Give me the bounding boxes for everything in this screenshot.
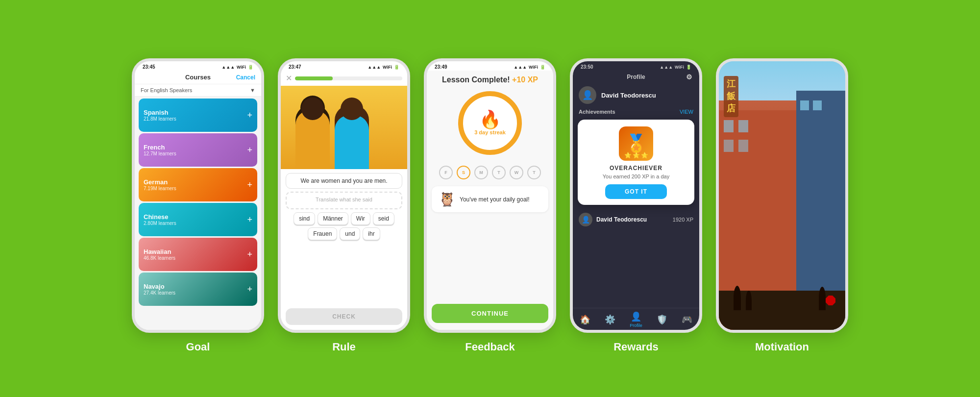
course-name-french: French	[144, 144, 176, 151]
phone-rule: 23:47 ▲▲▲ WiFi 🔋 ✕	[278, 58, 410, 333]
char2-dress	[335, 115, 369, 169]
profile-header: Profile ⚙	[573, 71, 699, 83]
streak-text: 3 day streak	[474, 129, 506, 135]
add-icon-french[interactable]: +	[247, 145, 252, 155]
phones-row: 23:45 ▲▲▲ WiFi 🔋 Courses Cancel For Engl…	[102, 39, 878, 358]
xp-dot-t2: T	[527, 166, 541, 179]
word-chip-frauen[interactable]: Frauen	[308, 227, 337, 240]
medal-icon: 🏅 ⭐⭐⭐	[619, 126, 653, 161]
nav-item-game[interactable]: 🎮	[682, 314, 692, 325]
profile-user-row: 👤 David Teodorescu	[573, 83, 699, 107]
course-name-spanish: Spanish	[144, 109, 176, 116]
char1-head-visible	[301, 98, 324, 120]
battery-icon: 🔋	[248, 65, 253, 70]
achievements-label: Achievements	[579, 109, 615, 115]
sign-char-1: 江	[727, 78, 735, 90]
label-feedback: Feedback	[465, 341, 515, 358]
dropdown-arrow: ▼	[250, 87, 255, 93]
course-item-german[interactable]: German 7.19M learners +	[139, 168, 257, 201]
wifi-icon: WiFi	[237, 65, 246, 70]
course-item-navajo[interactable]: Navajo 27.4K learners +	[139, 273, 257, 306]
window3	[724, 140, 734, 152]
add-icon-hawaiian[interactable]: +	[247, 249, 252, 260]
sentence-box: We are women and you are men.	[286, 173, 402, 189]
signal-icon-2: ▲▲▲	[368, 65, 381, 70]
battery-icon-3: 🔋	[540, 65, 545, 70]
courses-title: Courses	[185, 74, 211, 81]
phone4-content: Profile ⚙ 👤 David Teodorescu Achievement…	[573, 71, 699, 330]
word-chip-sind[interactable]: sind	[294, 212, 315, 225]
profile-username: David Teodorescu	[601, 92, 656, 99]
profile-xp: 1920 XP	[673, 217, 693, 223]
word-chip-ihr[interactable]: ihr	[363, 227, 380, 240]
settings-icon: ⚙️	[605, 314, 615, 325]
profile-title: Profile	[627, 74, 645, 80]
course-item-spanish[interactable]: Spanish 21.8M learners +	[139, 99, 257, 132]
daily-goal-text: You've met your daily goal!	[460, 196, 530, 203]
translate-box[interactable]: Translate what she said	[286, 192, 402, 209]
nav-item-shield[interactable]: 🛡️	[657, 314, 667, 325]
status-bar-4: 23:50 ▲▲▲ WiFi 🔋	[573, 61, 699, 71]
nav-profile-label: Profile	[630, 323, 642, 328]
status-icons-3: ▲▲▲ WiFi 🔋	[514, 65, 545, 70]
phone1-content: Courses Cancel For English Speakers ▼ Sp…	[135, 71, 261, 330]
achieve-desc: You earned 200 XP in a day	[603, 174, 669, 179]
wifi-icon-3: WiFi	[529, 65, 538, 70]
achievements-row: Achievements VIEW	[573, 107, 699, 117]
check-button[interactable]: CHECK	[286, 308, 402, 325]
bottom-nav: 🏠 ⚙️ 👤 Profile 🛡️ 🎮	[573, 308, 699, 330]
streak-circle: 🔥 3 day streak	[458, 91, 522, 155]
time-2: 23:47	[289, 64, 301, 70]
daily-goal-box: 🦉 You've met your daily goal!	[432, 186, 548, 212]
person1	[734, 286, 741, 310]
gear-icon[interactable]: ⚙	[686, 73, 692, 81]
word-chip-manner[interactable]: Männer	[318, 212, 348, 225]
nav-item-profile[interactable]: 👤 Profile	[630, 311, 642, 328]
nav-item-settings[interactable]: ⚙️	[605, 314, 615, 325]
progress-fill	[295, 76, 333, 80]
course-name-hawaiian: Hawaiian	[144, 248, 175, 255]
course-item-hawaiian[interactable]: Hawaiian 46.8K learners +	[139, 238, 257, 271]
nav-item-home[interactable]: 🏠	[580, 314, 590, 325]
course-list: Spanish 21.8M learners + French 12.7M le…	[135, 97, 261, 330]
for-english-selector[interactable]: For English Speakers ▼	[135, 84, 261, 97]
word-chip-und[interactable]: und	[340, 227, 360, 240]
cancel-button[interactable]: Cancel	[236, 74, 255, 81]
add-icon-navajo[interactable]: +	[247, 284, 252, 295]
got-it-button[interactable]: GOT IT	[605, 184, 667, 199]
window1	[724, 120, 734, 132]
user-info-row2: 👤 David Teodorescu	[579, 213, 647, 226]
shield-icon: 🛡️	[657, 314, 667, 325]
home-icon: 🏠	[580, 314, 590, 325]
course-name-chinese: Chinese	[144, 213, 176, 221]
continue-button[interactable]: CONTINUE	[432, 304, 548, 323]
medal-stars: ⭐⭐⭐	[624, 152, 648, 159]
wifi-icon-4: WiFi	[675, 65, 684, 70]
view-link[interactable]: VIEW	[680, 109, 693, 115]
xp-dot-f: F	[439, 166, 453, 179]
username2: David Teodorescu	[596, 216, 647, 223]
add-icon-spanish[interactable]: +	[247, 110, 252, 121]
word-chip-seid[interactable]: seid	[373, 212, 394, 225]
stop-sign	[826, 296, 835, 305]
status-icons-4: ▲▲▲ WiFi 🔋	[660, 65, 691, 70]
status-bar-5	[719, 61, 845, 65]
add-icon-german[interactable]: +	[247, 180, 252, 190]
course-info-french: French 12.7M learners	[139, 144, 181, 156]
profile-user-row2: 👤 David Teodorescu 1920 XP	[573, 210, 699, 229]
lesson-complete-header: Lesson Complete! +10 XP	[442, 71, 538, 84]
battery-icon-4: 🔋	[686, 65, 691, 70]
close-icon[interactable]: ✕	[286, 74, 292, 83]
city-photo: 江 飯 店	[719, 61, 845, 330]
label-rule: Rule	[332, 341, 356, 358]
course-item-french[interactable]: French 12.7M learners +	[139, 133, 257, 167]
course-item-chinese[interactable]: Chinese 2.80M learners +	[139, 203, 257, 236]
status-bar-3: 23:49 ▲▲▲ WiFi 🔋	[427, 61, 553, 71]
time-3: 23:49	[435, 64, 447, 70]
add-icon-chinese[interactable]: +	[247, 215, 252, 225]
word-chip-wir[interactable]: Wir	[351, 212, 370, 225]
streak-circle-wrapper: 🔥 3 day streak	[458, 88, 522, 158]
phone-feedback-col: 23:49 ▲▲▲ WiFi 🔋 Lesson Complete! +10 XP…	[424, 58, 556, 358]
xp-label: +10 XP	[512, 75, 538, 84]
phone2-content: ✕ We are	[281, 71, 407, 330]
